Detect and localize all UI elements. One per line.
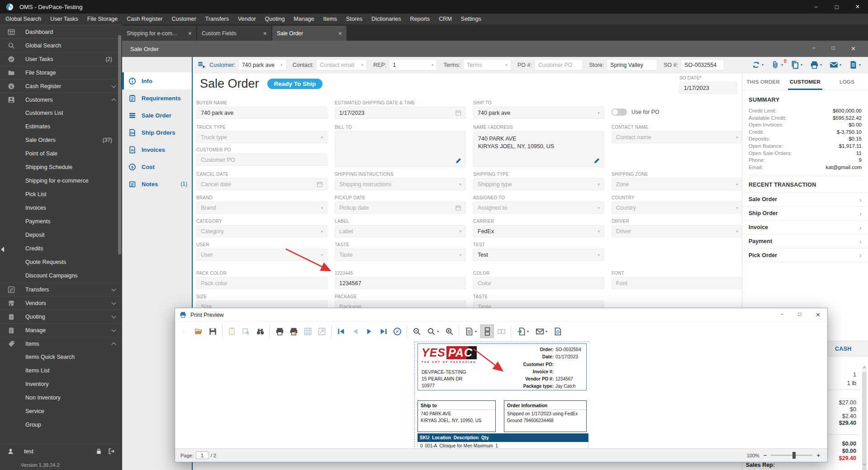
- contact-select[interactable]: Contact email: [316, 59, 367, 70]
- refresh-icon[interactable]: [752, 61, 764, 69]
- select-icon[interactable]: [239, 324, 253, 338]
- sidebar-item[interactable]: Payments: [0, 215, 122, 228]
- field-input[interactable]: 740 park ave: [473, 107, 604, 119]
- tab-close-icon[interactable]: [188, 30, 192, 37]
- zoom-icon[interactable]: [424, 324, 442, 338]
- terms-select[interactable]: Terms: [463, 59, 511, 70]
- find-icon[interactable]: [253, 324, 267, 338]
- export-icon[interactable]: [514, 324, 532, 338]
- page-number-input[interactable]: [196, 451, 209, 459]
- scroll-down-icon[interactable]: [863, 464, 866, 466]
- field-input[interactable]: Font: [612, 277, 742, 289]
- list-menu-icon[interactable]: [197, 61, 206, 69]
- scrollbar-thumb[interactable]: [862, 372, 867, 470]
- minimize-button[interactable]: [780, 311, 783, 319]
- paste-icon[interactable]: ?: [225, 324, 239, 338]
- export-icon[interactable]: [849, 61, 861, 69]
- section-nav-item[interactable]: Sale Order: [122, 107, 192, 124]
- menu-item[interactable]: File Storage: [83, 14, 122, 24]
- document-tab[interactable]: Sale Order: [272, 26, 346, 41]
- menu-item[interactable]: Cash Register: [122, 14, 167, 24]
- sidebar-item[interactable]: Items: [0, 337, 122, 350]
- tab-customer[interactable]: CUSTOMER: [784, 73, 826, 90]
- zoom-in-icon[interactable]: [442, 324, 456, 338]
- sidebar-item[interactable]: Invoices: [0, 201, 122, 215]
- quick-print-icon[interactable]: [287, 324, 300, 338]
- logout-icon[interactable]: [108, 448, 115, 455]
- bill-to-box[interactable]: [335, 131, 466, 167]
- sidebar-item[interactable]: Shipping Schedule: [0, 160, 122, 174]
- sidebar-item[interactable]: Dashboard: [0, 25, 122, 38]
- menu-item[interactable]: Stores: [342, 14, 367, 24]
- field-input[interactable]: Cancel date: [196, 178, 327, 190]
- tab-close-icon[interactable]: [338, 30, 342, 37]
- sidebar-item[interactable]: Credits: [0, 242, 122, 255]
- field-input[interactable]: Taste: [335, 249, 466, 261]
- collapse-sidebar-icon[interactable]: [1, 247, 4, 252]
- field-input[interactable]: Customer PO: [196, 154, 327, 166]
- last-page-icon[interactable]: [376, 324, 390, 338]
- menu-item[interactable]: Manage: [289, 14, 318, 24]
- minimize-button[interactable]: [806, 0, 826, 14]
- menu-item[interactable]: User Tasks: [46, 14, 83, 24]
- menu-item[interactable]: Settings: [456, 14, 486, 24]
- calendar-icon[interactable]: [455, 110, 461, 116]
- open-icon[interactable]: [192, 324, 205, 338]
- sidebar-item[interactable]: Non Inventory: [0, 391, 122, 404]
- sidebar-item[interactable]: Discount Campaigns: [0, 269, 122, 282]
- field-input[interactable]: Test: [473, 249, 604, 261]
- sidebar-item[interactable]: ? Quoting: [0, 310, 122, 323]
- menu-item[interactable]: CRM: [434, 14, 456, 24]
- section-nav-item[interactable]: IN Invoices: [122, 141, 192, 158]
- close-button[interactable]: [816, 311, 820, 319]
- page-setup-icon[interactable]: [301, 324, 314, 338]
- zoom-out-icon[interactable]: [410, 324, 423, 338]
- menu-item[interactable]: Customer: [167, 14, 200, 24]
- field-input[interactable]: User: [196, 249, 327, 261]
- field-input[interactable]: Color: [473, 277, 604, 289]
- first-page-icon[interactable]: [334, 324, 348, 338]
- so-date-input[interactable]: 1/17/2023: [679, 82, 737, 94]
- field-input[interactable]: Label: [335, 225, 466, 237]
- name-address-box[interactable]: 740 PARK AVE KIRYAS JOEL, NY, 10950, US: [473, 131, 604, 167]
- calendar-icon[interactable]: [455, 205, 461, 211]
- sidebar-item[interactable]: Items Quick Search: [0, 350, 122, 364]
- cash-button[interactable]: CASH: [835, 346, 852, 352]
- scroll-up-icon[interactable]: [863, 366, 866, 368]
- watermark-icon[interactable]: [551, 324, 564, 338]
- calendar-icon[interactable]: [317, 181, 323, 188]
- sidebar-item[interactable]: Customers: [0, 93, 122, 106]
- section-nav-item[interactable]: Requirements: [122, 89, 192, 107]
- maximize-button[interactable]: [798, 311, 801, 319]
- menu-item[interactable]: Global Search: [1, 14, 46, 24]
- po-input[interactable]: Customer PO: [535, 59, 583, 70]
- zoom-out-button[interactable]: −: [764, 452, 767, 459]
- email-icon[interactable]: [830, 61, 841, 69]
- prev-page-icon[interactable]: [348, 324, 362, 338]
- store-input[interactable]: Spring Valley: [607, 59, 657, 70]
- sidebar-item[interactable]: $ Cash Register: [0, 79, 122, 93]
- sidebar-item[interactable]: Deposit: [0, 228, 122, 242]
- field-input[interactable]: Shipping type: [473, 178, 604, 190]
- copy-icon[interactable]: [791, 61, 802, 69]
- recent-transaction-row[interactable]: Pick Order: [742, 248, 868, 262]
- tab-logs[interactable]: LOGS: [826, 73, 868, 90]
- zoom-slider-thumb[interactable]: [792, 452, 796, 459]
- field-input[interactable]: Contact name: [612, 131, 742, 143]
- navigation-icon[interactable]: [390, 324, 404, 338]
- close-button[interactable]: [847, 0, 868, 14]
- zoom-slider[interactable]: [771, 455, 812, 456]
- sidebar-item[interactable]: Inventory: [0, 377, 122, 391]
- sidebar-item[interactable]: Customers List: [0, 106, 122, 120]
- menu-item[interactable]: Vendor: [233, 14, 261, 24]
- sidebar-item[interactable]: Items List: [0, 364, 122, 377]
- sidebar-item[interactable]: User Tasks (2): [0, 52, 122, 66]
- page-view-icon[interactable]: [462, 324, 480, 338]
- field-input[interactable]: FedEx: [473, 225, 604, 237]
- so-number-input[interactable]: SO-0032554: [681, 59, 724, 70]
- edit-pencil-icon[interactable]: [455, 157, 462, 164]
- field-input[interactable]: Country: [612, 202, 742, 214]
- attachment-icon[interactable]: 0: [771, 61, 783, 69]
- maximize-button[interactable]: [826, 0, 847, 14]
- sidebar-item[interactable]: File Storage: [0, 66, 122, 79]
